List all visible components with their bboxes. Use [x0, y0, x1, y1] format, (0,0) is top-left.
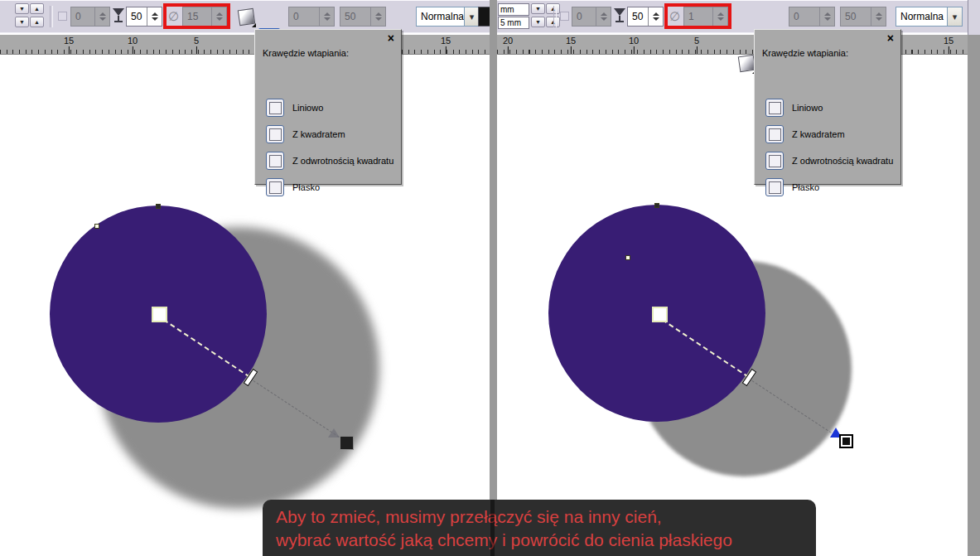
- ruler-label: 15: [944, 36, 953, 46]
- feather-flat-icon[interactable]: [765, 178, 784, 196]
- shadow-fade-checkbox[interactable]: [58, 12, 67, 21]
- dropdown-corner-icon: [252, 23, 256, 27]
- shadow-end-color-handle[interactable]: [839, 434, 853, 448]
- caption-line-1: Aby to zmieć, musimy przełączyć się na i…: [276, 507, 662, 527]
- flyout-item-plasko[interactable]: Płasko: [266, 177, 320, 197]
- offset-y-mm-field[interactable]: 5 mm: [498, 17, 529, 29]
- app-window: ▼ ▲ ▼ ▲ 0 50 ∅ 15: [0, 0, 980, 556]
- combo-arrow-icon[interactable]: ▾: [947, 7, 963, 27]
- offset-y-spinners: ▼ ▲: [15, 17, 44, 27]
- offset-x-mm-field[interactable]: mm: [498, 3, 529, 16]
- spin-down-icon[interactable]: ▼: [15, 3, 29, 14]
- flyout-item-liniowo[interactable]: Liniowo: [266, 98, 323, 118]
- ruler-label: 10: [629, 36, 639, 46]
- spin-down-icon[interactable]: ▼: [15, 17, 29, 27]
- blend-mode-combo-right[interactable]: Normalna ▾: [896, 7, 963, 27]
- spinner[interactable]: [871, 7, 886, 26]
- flyout-item-z-kwadratem[interactable]: Z kwadratem: [266, 124, 345, 144]
- shadow-opacity-field[interactable]: 50: [126, 7, 162, 27]
- flyout-title: Krawędzie wtapiania:: [263, 48, 349, 58]
- spinner[interactable]: [147, 7, 162, 26]
- feather-inverse-squared-icon[interactable]: [765, 152, 784, 170]
- flyout-item-z-odwrotnoscia[interactable]: Z odwrotnością kwadratu: [266, 151, 393, 171]
- shadow-fade-field: 0: [572, 7, 611, 27]
- fade-start-field: 0: [789, 7, 835, 27]
- spinner[interactable]: [94, 7, 109, 26]
- panel-divider-over-caption: [490, 500, 495, 556]
- blend-mode-value: Normalna: [896, 7, 947, 27]
- spinner[interactable]: [819, 7, 834, 26]
- feather-annotation-left: [163, 3, 230, 29]
- feather-linear-icon[interactable]: [266, 99, 284, 117]
- fade-end-field: 50: [340, 7, 386, 27]
- shadow-start-handle[interactable]: [652, 307, 668, 322]
- node-handle[interactable]: [94, 224, 99, 229]
- feather-squared-icon[interactable]: [765, 125, 784, 143]
- feather-inverse-squared-icon[interactable]: [266, 152, 284, 170]
- node-handle[interactable]: [625, 255, 630, 260]
- caption-line-2: wybrać wartość jaką chcemy i powrócić do…: [276, 530, 732, 550]
- ruler-label: 15: [566, 36, 576, 46]
- panel-divider: [490, 0, 497, 556]
- feather-edges-flyout-left: × Krawędzie wtapiania: Liniowo Z kwadrat…: [254, 29, 402, 185]
- shadow-fade-field: 0: [70, 7, 110, 27]
- spinner[interactable]: [596, 7, 611, 26]
- node-handle[interactable]: [654, 203, 659, 208]
- ruler-label: 10: [128, 36, 138, 46]
- feather-edges-flyout-right: × Krawędzie wtapiania: Liniowo Z kwadrat…: [754, 29, 901, 185]
- feather-annotation-right: [664, 3, 731, 29]
- flyout-title: Krawędzie wtapiania:: [762, 48, 848, 58]
- ruler-label: 15: [441, 36, 451, 46]
- right-edge-strip-top: [968, 0, 980, 35]
- flyout-item-liniowo[interactable]: Liniowo: [765, 98, 823, 118]
- shadow-color-dropdown-button[interactable]: [235, 5, 257, 28]
- shadow-fade-checkbox[interactable]: [560, 12, 569, 21]
- spin-up-icon[interactable]: ▲: [30, 3, 44, 14]
- opacity-glass-icon: [614, 8, 625, 25]
- ruler-label: 5: [194, 36, 199, 46]
- fade-end-field: 50: [840, 7, 886, 27]
- feather-squared-icon[interactable]: [266, 125, 284, 143]
- spin-down-icon[interactable]: ▼: [531, 3, 545, 14]
- shadow-opacity-field[interactable]: 50: [627, 7, 664, 27]
- flyout-item-z-odwrotnoscia[interactable]: Z odwrotnością kwadratu: [765, 151, 893, 171]
- shadow-end-arrow-icon: [328, 428, 340, 438]
- ruler-label: 15: [64, 36, 74, 46]
- spin-down-icon[interactable]: ▼: [531, 17, 545, 27]
- right-edge-strip: [968, 0, 980, 556]
- shadow-end-color-handle[interactable]: [340, 436, 354, 450]
- spinner[interactable]: [319, 7, 334, 26]
- spinner[interactable]: [370, 7, 385, 26]
- ruler-label: 5: [694, 36, 699, 46]
- feather-flat-icon[interactable]: [266, 178, 284, 196]
- feather-linear-icon[interactable]: [765, 99, 784, 117]
- opacity-glass-icon: [113, 8, 124, 25]
- flyout-item-z-kwadratem[interactable]: Z kwadratem: [765, 124, 845, 144]
- blend-mode-value: Normalna: [416, 7, 464, 27]
- blend-mode-combo-left[interactable]: Normalna ▾: [416, 7, 480, 27]
- toolbar-separator: [50, 6, 53, 27]
- spin-up-icon[interactable]: ▲: [30, 17, 44, 27]
- offset-x-spinners: ▼ ▲: [15, 3, 44, 14]
- node-handle[interactable]: [156, 204, 161, 209]
- flyout-item-plasko[interactable]: Płasko: [765, 177, 819, 197]
- toolbar-separator: [553, 6, 557, 27]
- fade-start-field: 0: [288, 7, 335, 27]
- ruler-ticks: [0, 50, 490, 54]
- ruler-label: 20: [503, 36, 513, 46]
- tutorial-caption: Aby to zmieć, musimy przełączyć się na i…: [263, 500, 816, 556]
- ruler-left: 15 10 5 15: [0, 35, 490, 55]
- spinner[interactable]: [648, 7, 663, 26]
- close-icon[interactable]: ×: [887, 32, 894, 44]
- close-icon[interactable]: ×: [388, 32, 394, 44]
- shadow-color-swatch[interactable]: [478, 7, 490, 27]
- shadow-start-handle[interactable]: [152, 307, 167, 322]
